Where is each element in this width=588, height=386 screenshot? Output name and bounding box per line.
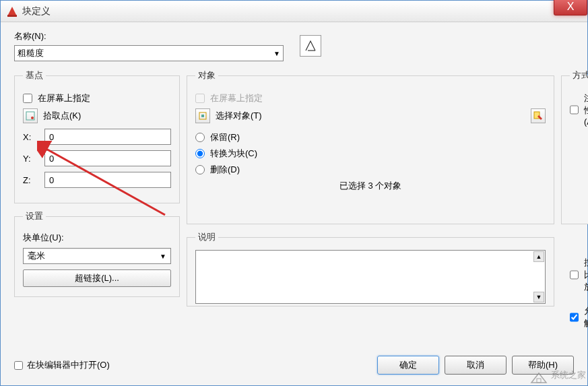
allow-explode-label: 允许分解(P) bbox=[584, 305, 588, 329]
pick-point-button[interactable] bbox=[23, 108, 38, 123]
svg-marker-11 bbox=[531, 373, 546, 383]
scale-uniform-checkbox[interactable] bbox=[570, 270, 579, 280]
annotative-label: 注释性(A) bbox=[584, 92, 588, 127]
name-row: 名称(N): 粗糙度 ▼ bbox=[14, 30, 574, 61]
convert-radio[interactable] bbox=[195, 149, 205, 158]
objects-legend: 对象 bbox=[195, 69, 218, 82]
name-value: 粗糙度 bbox=[18, 47, 44, 59]
objects-specify-onscreen-checkbox bbox=[195, 94, 205, 103]
scroll-up-icon[interactable]: ▲ bbox=[533, 251, 544, 262]
scroll-down-icon[interactable]: ▼ bbox=[533, 292, 544, 302]
textarea-scrollbar[interactable]: ▲ ▼ bbox=[533, 251, 544, 302]
objects-specify-onscreen-label: 在屏幕上指定 bbox=[210, 92, 263, 104]
allow-explode-checkbox[interactable] bbox=[570, 313, 579, 322]
description-textarea[interactable] bbox=[195, 250, 546, 304]
app-icon bbox=[6, 5, 18, 18]
annotative-checkbox[interactable] bbox=[570, 105, 579, 115]
units-select[interactable]: 毫米 ▼ bbox=[23, 248, 171, 264]
units-value: 毫米 bbox=[28, 250, 45, 262]
scale-uniform-label: 按统一比例缩放(S) bbox=[584, 257, 588, 293]
convert-label: 转换为块(C) bbox=[210, 148, 257, 160]
open-in-editor-checkbox[interactable] bbox=[14, 361, 23, 370]
open-in-editor-label: 在块编辑器中打开(O) bbox=[27, 359, 110, 371]
svg-point-4 bbox=[31, 117, 34, 119]
x-label: X: bbox=[23, 132, 39, 142]
name-label: 名称(N): bbox=[14, 30, 284, 42]
svg-rect-1 bbox=[7, 15, 17, 17]
select-objects-label: 选择对象(T) bbox=[216, 110, 262, 122]
retain-label: 保留(R) bbox=[210, 131, 240, 143]
chevron-down-icon: ▼ bbox=[273, 50, 280, 57]
retain-radio[interactable] bbox=[195, 133, 205, 142]
block-definition-dialog: 块定义 X 名称(N): 粗糙度 ▼ 基点 bbox=[0, 0, 588, 386]
basepoint-group: 基点 在屏幕上指定 拾取点(K) X: bbox=[14, 69, 180, 203]
name-combobox[interactable]: 粗糙度 ▼ bbox=[14, 45, 284, 61]
basepoint-specify-onscreen-checkbox[interactable] bbox=[23, 94, 32, 103]
chevron-down-icon: ▼ bbox=[160, 253, 166, 260]
svg-rect-6 bbox=[201, 115, 204, 117]
basepoint-specify-onscreen-label: 在屏幕上指定 bbox=[38, 92, 90, 104]
ok-button[interactable]: 确定 bbox=[377, 356, 439, 375]
objects-group: 对象 在屏幕上指定 选择对象(T) bbox=[187, 69, 554, 224]
block-preview bbox=[300, 35, 321, 57]
select-objects-button[interactable] bbox=[195, 108, 210, 123]
titlebar: 块定义 X bbox=[1, 1, 587, 22]
y-input[interactable] bbox=[44, 150, 171, 166]
settings-group: 设置 块单位(U): 毫米 ▼ 超链接(L)... bbox=[14, 210, 180, 297]
description-legend: 说明 bbox=[195, 231, 218, 243]
quick-select-button[interactable] bbox=[531, 108, 546, 123]
dialog-footer: 在块编辑器中打开(O) 确定 取消 帮助(H) bbox=[14, 356, 574, 375]
behavior-group: 方式 注释性(A) i 使块方向与布局匹配(M) 按统一比例缩放(S) bbox=[561, 69, 588, 224]
delete-label: 删除(D) bbox=[210, 164, 240, 176]
close-button[interactable]: X bbox=[554, 0, 587, 15]
units-label: 块单位(U): bbox=[23, 232, 64, 243]
help-button[interactable]: 帮助(H) bbox=[512, 356, 574, 375]
cancel-button[interactable]: 取消 bbox=[445, 356, 507, 375]
settings-legend: 设置 bbox=[23, 210, 46, 222]
behavior-legend: 方式 bbox=[570, 69, 588, 82]
y-label: Y: bbox=[23, 154, 39, 164]
hyperlink-button[interactable]: 超链接(L)... bbox=[23, 269, 171, 287]
description-group: 说明 ▲ ▼ bbox=[187, 231, 554, 307]
dialog-content: 名称(N): 粗糙度 ▼ 基点 在屏幕上指定 bbox=[1, 22, 587, 385]
basepoint-legend: 基点 bbox=[23, 69, 46, 82]
z-input[interactable] bbox=[44, 172, 171, 188]
x-input[interactable] bbox=[44, 129, 171, 145]
svg-rect-12 bbox=[537, 379, 541, 383]
svg-marker-0 bbox=[7, 7, 17, 16]
pick-point-label: 拾取点(K) bbox=[43, 110, 81, 122]
selection-status: 已选择 3 个对象 bbox=[195, 180, 546, 192]
delete-radio[interactable] bbox=[195, 165, 205, 174]
z-label: Z: bbox=[23, 175, 39, 185]
window-title: 块定义 bbox=[22, 5, 51, 18]
